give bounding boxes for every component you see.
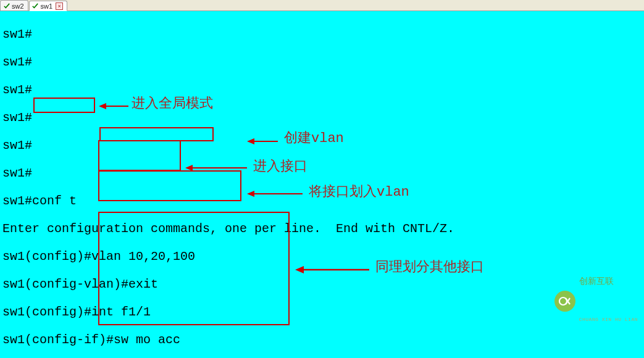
svg-line-12 bbox=[566, 298, 570, 304]
terminal-line: sw1# bbox=[2, 83, 642, 98]
annotation-other-interfaces: 同理划分其他接口 bbox=[375, 261, 484, 275]
terminal-line: sw1# bbox=[2, 111, 642, 125]
svg-marker-1 bbox=[99, 103, 106, 109]
terminal[interactable]: sw1# sw1# sw1# sw1# sw1# sw1# sw1#conf t… bbox=[0, 11, 644, 358]
tab-label: sw1 bbox=[41, 2, 53, 10]
svg-point-10 bbox=[559, 298, 567, 305]
check-icon bbox=[32, 3, 39, 10]
close-icon[interactable]: × bbox=[56, 2, 63, 10]
terminal-line: sw1# bbox=[2, 139, 642, 153]
annotation-enter-global: 进入全局模式 bbox=[132, 98, 213, 112]
tab-sw2[interactable]: sw2 bbox=[0, 0, 28, 10]
svg-marker-9 bbox=[295, 266, 304, 273]
terminal-line: sw1(config-vlan)#exit bbox=[2, 278, 642, 292]
terminal-line: sw1(config-if)#sw mo acc bbox=[2, 333, 642, 348]
tab-bar: sw2 sw1 × bbox=[0, 0, 644, 11]
tab-label: sw2 bbox=[12, 2, 24, 10]
terminal-line: sw1# bbox=[2, 167, 642, 181]
arrow-icon bbox=[295, 265, 369, 274]
svg-line-11 bbox=[566, 298, 570, 304]
terminal-line: sw1# bbox=[2, 28, 642, 42]
terminal-line: sw1#conf t bbox=[2, 194, 642, 209]
terminal-line: sw1(config)#vlan 10,20,100 bbox=[2, 250, 642, 264]
check-icon bbox=[3, 2, 10, 9]
arrow-icon bbox=[99, 102, 128, 110]
terminal-line: sw1# bbox=[2, 56, 642, 70]
tab-sw1[interactable]: sw1 × bbox=[29, 1, 68, 11]
terminal-line: Enter configuration commands, one per li… bbox=[2, 222, 642, 236]
terminal-line: sw1(config)#int f1/1 bbox=[2, 306, 642, 320]
